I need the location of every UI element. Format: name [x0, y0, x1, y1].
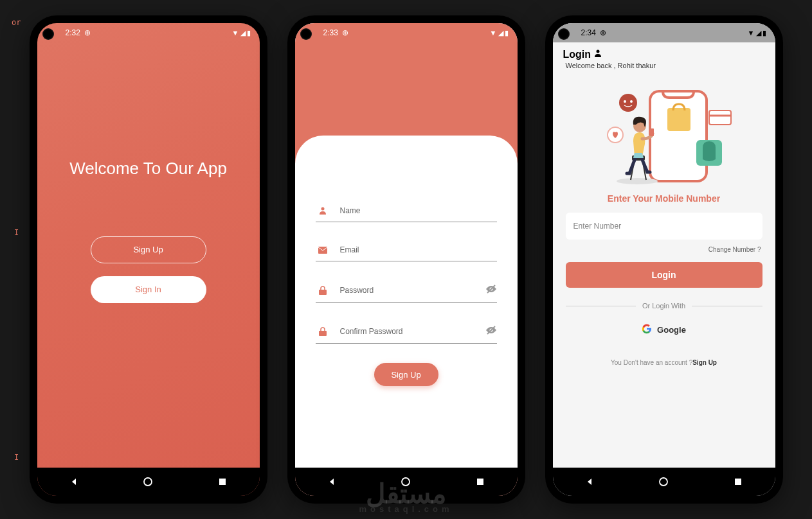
- status-bar: 2:34 ⊕ ▼ ◢ ▮: [553, 23, 775, 42]
- status-time: 2:32: [66, 28, 80, 37]
- signup-button[interactable]: Sign Up: [91, 236, 206, 263]
- signal-icon: ◢: [756, 29, 761, 37]
- signup-screen: 2:33 ⊕ ▼ ◢ ▮ Name Email: [295, 23, 518, 496]
- confirm-password-field-row: Confirm Password: [316, 319, 497, 344]
- signup-label: Sign Up: [133, 245, 163, 254]
- svg-point-20: [630, 100, 633, 103]
- recent-nav-icon[interactable]: [732, 476, 744, 488]
- google-login-button[interactable]: Google: [553, 324, 775, 336]
- status-time: 2:34: [581, 28, 596, 37]
- name-input[interactable]: Name: [340, 206, 497, 215]
- welcome-screen: 2:32 ⊕ ▼ ◢ ▮ Welcome To Our App Sign Up …: [37, 23, 260, 496]
- divider-text: Or Login With: [636, 302, 692, 310]
- visibility-off-icon[interactable]: [485, 326, 497, 337]
- password-field-row: Password: [316, 278, 497, 303]
- camera-hole: [558, 28, 570, 40]
- signin-label: Sign In: [135, 285, 161, 294]
- login-button[interactable]: Login: [566, 262, 762, 288]
- signup-submit-button[interactable]: Sign Up: [374, 363, 438, 386]
- svg-point-2: [321, 207, 324, 211]
- svg-point-10: [402, 478, 410, 486]
- change-number-link[interactable]: Change Number ?: [553, 246, 761, 253]
- lock-icon: [316, 327, 330, 336]
- signal-icon: ◢: [240, 29, 246, 37]
- home-nav-icon[interactable]: [400, 476, 411, 488]
- login-label: Login: [651, 270, 676, 280]
- or-divider: Or Login With: [566, 302, 762, 310]
- edge-text: I: [14, 453, 19, 462]
- location-icon: ⊕: [84, 28, 91, 37]
- wifi-icon: ▼: [232, 29, 239, 37]
- status-bar: 2:32 ⊕ ▼ ◢ ▮: [37, 23, 260, 42]
- recent-nav-icon[interactable]: [217, 476, 228, 488]
- svg-rect-16: [709, 110, 731, 125]
- signup-form-card: Name Email Password Confirm Password: [295, 136, 518, 468]
- back-nav-icon[interactable]: [68, 476, 80, 488]
- phone-mockup-1: 2:32 ⊕ ▼ ◢ ▮ Welcome To Our App Sign Up …: [30, 15, 267, 504]
- edge-text: or: [12, 18, 21, 27]
- recent-nav-icon[interactable]: [474, 476, 486, 488]
- mobile-number-input[interactable]: Enter Number: [566, 213, 762, 240]
- camera-hole: [42, 28, 54, 40]
- login-illustration: [553, 78, 775, 191]
- wifi-icon: ▼: [748, 29, 755, 37]
- svg-rect-4: [319, 290, 327, 295]
- back-nav-icon[interactable]: [584, 476, 595, 488]
- email-icon: [316, 247, 330, 254]
- phone-mockup-3: 2:34 ⊕ ▼ ◢ ▮ Login Welcome back , Rohit …: [545, 15, 783, 504]
- svg-rect-29: [735, 479, 741, 485]
- name-field-row: Name: [316, 200, 497, 222]
- android-nav-bar: [295, 468, 518, 496]
- confirm-password-input[interactable]: Confirm Password: [340, 327, 485, 336]
- login-screen: 2:34 ⊕ ▼ ◢ ▮ Login Welcome back , Rohit …: [553, 23, 775, 496]
- home-nav-icon[interactable]: [142, 476, 154, 488]
- lock-icon: [316, 286, 330, 295]
- google-icon: [642, 324, 652, 336]
- login-header: Login Welcome back , Rohit thakur: [553, 42, 775, 73]
- svg-rect-26: [650, 128, 654, 136]
- svg-point-0: [144, 478, 152, 486]
- back-nav-icon[interactable]: [326, 476, 338, 488]
- email-field-row: Email: [316, 239, 497, 261]
- footer-text: You Don't have an account ?: [611, 359, 692, 366]
- visibility-off-icon[interactable]: [485, 285, 497, 295]
- wifi-icon: ▼: [490, 29, 497, 37]
- home-nav-icon[interactable]: [658, 476, 669, 488]
- person-icon: [316, 206, 330, 215]
- location-icon: ⊕: [342, 28, 348, 37]
- android-nav-bar: [37, 468, 260, 496]
- welcome-title: Welcome To Our App: [69, 159, 227, 179]
- svg-point-22: [617, 178, 658, 184]
- svg-rect-14: [667, 108, 690, 131]
- svg-rect-1: [219, 479, 226, 485]
- svg-point-18: [619, 94, 637, 112]
- edge-text: I: [14, 228, 19, 237]
- svg-point-28: [660, 478, 667, 486]
- svg-point-19: [624, 100, 626, 103]
- svg-point-12: [597, 50, 600, 53]
- status-bar: 2:33 ⊕ ▼ ◢ ▮: [295, 23, 518, 42]
- google-label: Google: [657, 325, 686, 335]
- footer-signup-link[interactable]: Sign Up: [692, 359, 717, 366]
- person-icon: [593, 49, 602, 60]
- android-nav-bar: [553, 468, 775, 496]
- login-title: Login: [563, 49, 591, 60]
- password-input[interactable]: Password: [340, 286, 485, 295]
- svg-rect-11: [477, 479, 483, 485]
- status-time: 2:33: [323, 28, 338, 37]
- battery-icon: ▮: [762, 29, 766, 37]
- camera-hole: [300, 28, 312, 40]
- location-icon: ⊕: [600, 28, 606, 37]
- signup-footer: You Don't have an account ?Sign Up: [553, 359, 775, 366]
- signal-icon: ◢: [498, 29, 503, 37]
- email-input[interactable]: Email: [340, 245, 497, 254]
- welcome-message: Welcome back , Rohit thakur: [566, 62, 765, 69]
- svg-rect-7: [319, 331, 327, 336]
- mobile-prompt: Enter Your Mobile Number: [553, 193, 775, 204]
- signup-label: Sign Up: [391, 370, 420, 380]
- signin-button[interactable]: Sign In: [91, 276, 206, 303]
- phone-mockup-2: 2:33 ⊕ ▼ ◢ ▮ Name Email: [287, 15, 525, 504]
- battery-icon: ▮: [247, 29, 251, 37]
- battery-icon: ▮: [505, 29, 509, 37]
